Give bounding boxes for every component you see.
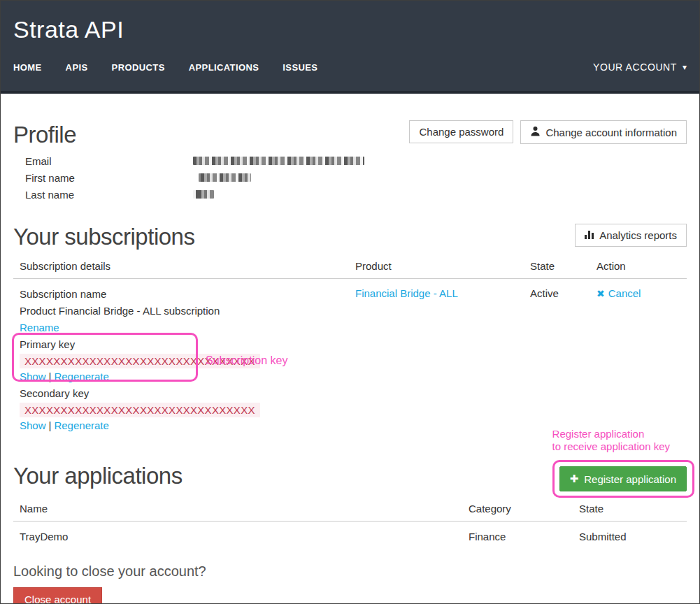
col-name: Name (13, 503, 462, 521)
first-name-label: First name (25, 172, 193, 184)
email-value-redacted (193, 157, 364, 165)
col-subscription-details: Subscription details (13, 260, 349, 278)
profile-field-first-name: First name (25, 169, 687, 186)
product-cell: Financial Bridge - ALL (349, 287, 524, 432)
action-cell: ✖Cancel (590, 287, 687, 432)
subscription-details-cell: Subscription name Product Financial Brid… (13, 287, 349, 432)
subscriptions-heading: Your subscriptions (13, 222, 194, 252)
nav-home[interactable]: HOME (13, 62, 42, 73)
secondary-key-regenerate-link[interactable]: Regenerate (54, 419, 108, 431)
primary-key-regenerate-link[interactable]: Regenerate (54, 371, 108, 382)
applications-heading: Your applications (13, 461, 183, 491)
nav-apis[interactable]: APIS (66, 62, 88, 73)
subscription-product-line: Product Financial Bridge - ALL subscript… (20, 304, 349, 317)
col-state: State (524, 260, 590, 278)
annotation-register-application: Register application to receive applicat… (552, 428, 670, 453)
application-name[interactable]: TrayDemo (13, 531, 462, 542)
cancel-x-icon: ✖ (597, 288, 605, 299)
close-account-prompt: Looking to close your account? (13, 563, 687, 580)
plus-icon: ✚ (570, 473, 579, 485)
state-cell: Active (524, 287, 590, 432)
cancel-label: Cancel (608, 287, 641, 299)
annotation-register-line1: Register application (552, 428, 670, 440)
change-account-label: Change account information (545, 127, 677, 138)
nav-applications[interactable]: APPLICATIONS (189, 62, 259, 73)
primary-key-show-link[interactable]: Show (20, 371, 46, 382)
account-menu-label: YOUR ACCOUNT (593, 62, 677, 73)
email-label: Email (25, 155, 193, 167)
last-name-value-redacted (193, 190, 214, 199)
cancel-link[interactable]: ✖Cancel (597, 287, 641, 299)
secondary-key-label: Secondary key (20, 387, 349, 400)
person-icon (530, 126, 541, 138)
annotation-register-line2: to receive application key (552, 440, 670, 453)
close-account-section: Looking to close your account? Close acc… (13, 563, 687, 604)
bar-chart-icon (585, 229, 594, 241)
application-category: Finance (462, 531, 573, 542)
separator: | (49, 419, 52, 431)
profile-field-last-name: Last name (25, 186, 687, 203)
secondary-key-show-link[interactable]: Show (20, 419, 46, 431)
application-state: Submitted (573, 531, 687, 542)
nav-issues[interactable]: ISSUES (283, 62, 317, 73)
separator: | (49, 371, 52, 382)
analytics-reports-label: Analytics reports (599, 229, 677, 241)
primary-key-block: Subscription key Primary key XXXXXXXXXXX… (20, 338, 349, 383)
subscription-row: Subscription name Product Financial Brid… (13, 279, 687, 432)
applications-table-header: Name Category State (13, 503, 687, 521)
main-nav: HOME APIS PRODUCTS APPLICATIONS ISSUES Y… (13, 62, 687, 73)
col-category: Category (462, 503, 573, 521)
col-product: Product (349, 260, 524, 278)
col-app-state: State (573, 503, 687, 521)
change-password-button[interactable]: Change password (409, 120, 513, 143)
application-row: TrayDemo Finance Submitted (13, 522, 687, 542)
change-account-information-button[interactable]: Change account information (520, 120, 687, 144)
product-link[interactable]: Financial Bridge - ALL (355, 287, 458, 299)
profile-section: Profile Change password Change account i… (13, 94, 687, 203)
applications-section: Register application to receive applicat… (13, 461, 687, 542)
site-title: Strata API (13, 1, 687, 43)
nav-products[interactable]: PRODUCTS (112, 62, 165, 73)
secondary-key-block: Secondary key XXXXXXXXXXXXXXXXXXXXXXXXXX… (20, 387, 349, 432)
account-menu[interactable]: YOUR ACCOUNT ▾ (593, 62, 687, 73)
subscriptions-table-header: Subscription details Product State Actio… (13, 260, 687, 278)
analytics-reports-button[interactable]: Analytics reports (575, 224, 687, 247)
app-header: Strata API HOME APIS PRODUCTS APPLICATIO… (1, 1, 699, 94)
annotation-subscription-key: Subscription key (206, 354, 287, 367)
col-action: Action (590, 260, 687, 278)
register-application-button[interactable]: ✚ Register application (559, 466, 687, 491)
first-name-value-redacted (199, 173, 251, 182)
profile-field-email: Email (25, 152, 687, 169)
rename-link[interactable]: Rename (20, 322, 59, 333)
secondary-key-value: XXXXXXXXXXXXXXXXXXXXXXXXXXXXXXXX (20, 403, 260, 417)
profile-heading: Profile (13, 120, 76, 150)
close-account-button[interactable]: Close account (13, 587, 102, 604)
subscriptions-section: Your subscriptions Analytics reports Sub… (13, 222, 687, 432)
change-password-label: Change password (419, 126, 503, 138)
register-application-label: Register application (584, 473, 676, 485)
chevron-down-icon: ▾ (683, 62, 687, 72)
last-name-label: Last name (25, 189, 193, 201)
primary-key-label: Primary key (20, 338, 349, 351)
subscription-name: Subscription name (20, 287, 349, 301)
